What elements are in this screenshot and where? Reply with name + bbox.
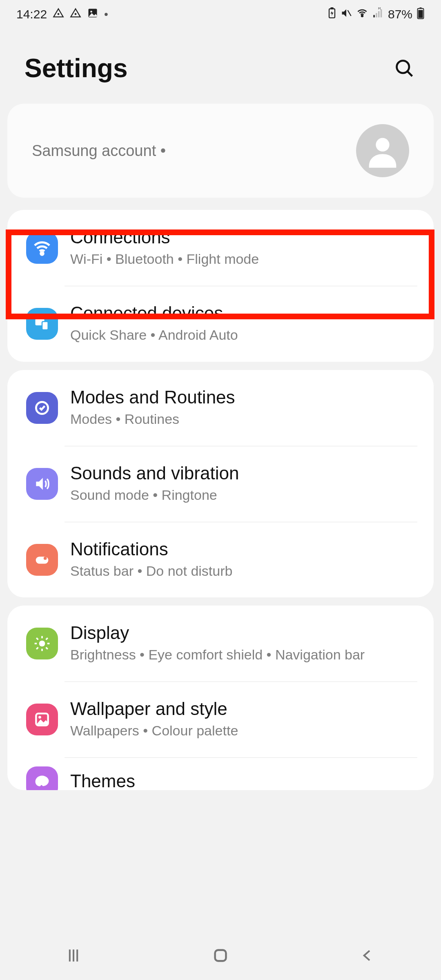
svg-text:R: R (378, 7, 381, 10)
svg-line-31 (46, 648, 48, 649)
battery-saver-icon (327, 7, 336, 22)
devices-icon (26, 308, 58, 340)
status-bar: 14:22 • R 87% (0, 0, 441, 29)
svg-line-6 (347, 10, 351, 16)
home-icon (211, 946, 230, 965)
gallery-icon (87, 7, 98, 22)
row-title: Wallpaper and style (70, 699, 417, 719)
sound-icon (26, 468, 58, 500)
row-themes[interactable]: Themes (7, 757, 434, 790)
status-left: 14:22 • (16, 7, 108, 22)
row-connections[interactable]: Connections Wi-Fi • Bluetooth • Flight m… (7, 210, 434, 286)
battery-icon (416, 7, 425, 22)
row-title: Display (70, 623, 417, 643)
samsung-account-label: Samsung account • (32, 142, 166, 160)
search-icon (394, 58, 415, 79)
themes-icon (26, 766, 58, 790)
svg-point-25 (39, 641, 45, 647)
svg-point-19 (41, 252, 43, 255)
mute-vibrate-icon (341, 7, 352, 22)
svg-rect-14 (420, 7, 422, 9)
svg-rect-10 (378, 11, 380, 17)
row-text: Display Brightness • Eye comfort shield … (70, 623, 417, 664)
row-text: Notifications Status bar • Do not distur… (70, 539, 417, 581)
svg-rect-9 (376, 13, 377, 18)
status-right: R 87% (327, 7, 425, 22)
svg-rect-5 (331, 8, 333, 9)
back-icon (359, 947, 376, 964)
row-text: Connections Wi-Fi • Bluetooth • Flight m… (70, 227, 417, 269)
avatar (356, 124, 409, 177)
svg-line-30 (36, 638, 38, 640)
svg-point-16 (397, 61, 409, 73)
svg-rect-39 (215, 950, 226, 961)
row-text: Wallpaper and style Wallpapers • Colour … (70, 699, 417, 740)
svg-point-18 (376, 138, 389, 151)
header: Settings (0, 29, 441, 100)
row-connected-devices[interactable]: Connected devices Quick Share • Android … (7, 286, 434, 362)
svg-point-1 (75, 13, 76, 14)
display-icon (26, 628, 58, 659)
row-sub: Modes • Routines (70, 410, 417, 429)
warning-triangle-icon (53, 7, 64, 22)
svg-rect-8 (373, 15, 375, 17)
page-title: Settings (24, 53, 127, 83)
back-button[interactable] (351, 945, 384, 966)
row-text: Modes and Routines Modes • Routines (70, 387, 417, 429)
warning-triangle-icon (70, 7, 81, 22)
search-button[interactable] (392, 56, 416, 80)
row-sub: Status bar • Do not disturb (70, 562, 417, 581)
svg-rect-15 (418, 10, 423, 18)
row-text: Themes (70, 771, 417, 790)
row-wallpaper-style[interactable]: Wallpaper and style Wallpapers • Colour … (7, 682, 434, 757)
svg-point-24 (44, 557, 47, 560)
wifi-icon (356, 7, 368, 22)
row-title: Connections (70, 227, 417, 247)
row-display[interactable]: Display Brightness • Eye comfort shield … (7, 606, 434, 682)
recents-button[interactable] (57, 945, 90, 966)
row-sub: Wallpapers • Colour palette (70, 722, 417, 740)
row-text: Connected devices Quick Share • Android … (70, 303, 417, 345)
svg-point-35 (38, 716, 41, 719)
row-notifications[interactable]: Notifications Status bar • Do not distur… (7, 522, 434, 598)
row-title: Notifications (70, 539, 417, 559)
svg-line-17 (408, 72, 412, 76)
battery-percent: 87% (388, 7, 412, 21)
row-text: Sounds and vibration Sound mode • Ringto… (70, 463, 417, 505)
row-title: Connected devices (70, 303, 417, 323)
row-title: Themes (70, 771, 417, 790)
svg-point-0 (58, 13, 59, 14)
svg-rect-21 (42, 321, 48, 330)
home-button[interactable] (204, 945, 237, 966)
svg-rect-11 (381, 9, 382, 17)
svg-point-7 (361, 15, 363, 17)
modes-icon (26, 392, 58, 424)
wallpaper-icon (26, 704, 58, 735)
row-sub: Sound mode • Ringtone (70, 486, 417, 505)
svg-point-3 (90, 11, 92, 13)
svg-line-33 (46, 638, 48, 640)
svg-line-32 (36, 648, 38, 649)
row-sub: Quick Share • Android Auto (70, 326, 417, 345)
dot-icon: • (104, 8, 108, 21)
row-sub: Brightness • Eye comfort shield • Naviga… (70, 646, 417, 664)
settings-group-2: Modes and Routines Modes • Routines Soun… (7, 370, 434, 598)
notifications-icon (26, 544, 58, 576)
recents-icon (65, 947, 82, 964)
signal-icon: R (372, 7, 384, 22)
settings-group-1: Connections Wi-Fi • Bluetooth • Flight m… (7, 210, 434, 362)
row-title: Modes and Routines (70, 387, 417, 408)
row-sub: Wi-Fi • Bluetooth • Flight mode (70, 250, 417, 269)
navigation-bar (0, 931, 441, 980)
status-time: 14:22 (16, 7, 47, 21)
row-title: Sounds and vibration (70, 463, 417, 483)
settings-group-3: Display Brightness • Eye comfort shield … (7, 606, 434, 790)
samsung-account-card[interactable]: Samsung account • (7, 104, 434, 198)
row-sounds-vibration[interactable]: Sounds and vibration Sound mode • Ringto… (7, 446, 434, 522)
wifi-icon (26, 232, 58, 264)
row-modes-routines[interactable]: Modes and Routines Modes • Routines (7, 370, 434, 446)
